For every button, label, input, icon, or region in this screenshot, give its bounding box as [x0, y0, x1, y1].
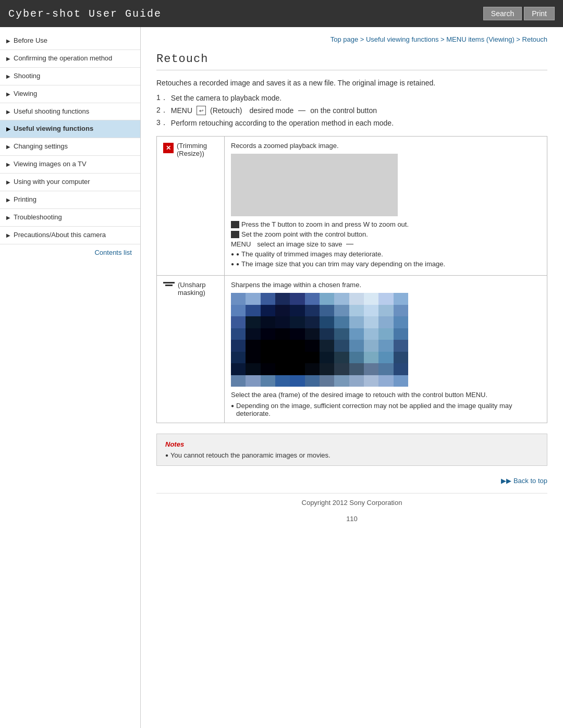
search-button[interactable]: Search: [483, 7, 522, 20]
print-button[interactable]: Print: [524, 7, 555, 20]
step-2-mode: desired mode: [250, 106, 294, 115]
pixel-cell-79: [334, 363, 349, 375]
sidebar-item-5[interactable]: ▶Useful viewing functions: [0, 120, 140, 138]
pixel-cell-71: [394, 352, 408, 364]
pixel-cell-6: [320, 293, 334, 305]
pixel-cell-49: [246, 340, 260, 352]
pixel-cell-19: [334, 305, 349, 317]
sidebar-item-6[interactable]: ▶Changing settings: [0, 138, 140, 156]
sidebar-item-label-6: Changing settings: [14, 142, 68, 151]
pixel-cell-22: [378, 305, 393, 317]
pixel-cell-73: [246, 363, 260, 375]
steps: 1． Set the camera to playback mode. 2． M…: [156, 93, 547, 128]
pixel-cell-23: [394, 305, 408, 317]
unsharp-label: (Unsharp masking): [163, 281, 218, 297]
header-buttons: Search Print: [483, 7, 555, 20]
trimming-bullet2: ● The image size that you can trim may v…: [231, 260, 541, 268]
sidebar-item-0[interactable]: ▶Before Use: [0, 32, 140, 50]
pixel-cell-11: [394, 293, 408, 305]
pixel-cell-26: [261, 316, 275, 328]
step-2-retouch: (Retouch): [210, 106, 242, 115]
pixel-cell-67: [334, 352, 349, 364]
sidebar-item-label-10: Troubleshooting: [14, 213, 62, 222]
pixel-cell-87: [275, 375, 290, 387]
pixel-cell-78: [320, 363, 334, 375]
menu-icon: ↩: [197, 106, 206, 115]
sidebar-item-8[interactable]: ▶Using with your computer: [0, 174, 140, 191]
pixel-cell-44: [349, 328, 364, 340]
trimming-details: Press the T button to zoom in and press …: [231, 220, 541, 268]
pixel-cell-39: [275, 328, 290, 340]
unsharp-icon: [163, 282, 175, 286]
pixel-cell-48: [231, 340, 246, 352]
pixel-cell-27: [275, 316, 290, 328]
main-layout: ▶Before Use▶Confirming the operation met…: [0, 27, 563, 728]
pixel-cell-86: [261, 375, 275, 387]
sidebar-item-label-8: Using with your computer: [14, 178, 90, 187]
pixel-cell-94: [378, 375, 393, 387]
sidebar-arrow-9: ▶: [6, 196, 10, 203]
sidebar-item-label-7: Viewing images on a TV: [14, 160, 87, 169]
back-to-top-text: Back to top: [513, 477, 547, 485]
pixel-cell-40: [290, 328, 304, 340]
sidebar-item-label-1: Confirming the operation method: [14, 54, 112, 63]
pixel-cell-20: [349, 305, 364, 317]
retouch-table: ✕ (Trimming (Resize)) Records a zoomed p…: [156, 136, 547, 423]
sidebar-arrow-8: ▶: [6, 179, 10, 186]
sidebar: ▶Before Use▶Confirming the operation met…: [0, 27, 141, 728]
pixel-cell-17: [305, 305, 320, 317]
pixel-cell-14: [261, 305, 275, 317]
pixel-cell-37: [246, 328, 260, 340]
unsharp-text: (Unsharp masking): [178, 281, 218, 297]
sidebar-item-7[interactable]: ▶Viewing images on a TV: [0, 156, 140, 174]
footer: Copyright 2012 Sony Corporation: [156, 493, 547, 512]
pixel-cell-30: [320, 316, 334, 328]
sidebar-item-2[interactable]: ▶Shooting: [0, 68, 140, 85]
pixel-cell-52: [290, 340, 304, 352]
pixel-cell-21: [364, 305, 378, 317]
sidebar-item-label-9: Printing: [14, 195, 36, 204]
trimming-bullet1: ● The quality of trimmed images may dete…: [231, 250, 541, 258]
pixel-cell-1: [246, 293, 260, 305]
mini-icon-2: [231, 231, 239, 238]
pixel-cell-10: [378, 293, 393, 305]
contents-list-link[interactable]: Contents list: [0, 244, 140, 261]
pixel-cell-2: [261, 293, 275, 305]
mini-icon: [231, 221, 239, 228]
pixel-cell-81: [364, 363, 378, 375]
pixel-cell-92: [349, 375, 364, 387]
sidebar-arrow-6: ▶: [6, 143, 10, 150]
pixel-cell-5: [305, 293, 320, 305]
pixel-cell-36: [231, 328, 246, 340]
pixel-cell-9: [364, 293, 378, 305]
pixel-cell-43: [334, 328, 349, 340]
pixel-cell-0: [231, 293, 246, 305]
notes-title: Notes: [165, 440, 538, 448]
pixel-cell-69: [364, 352, 378, 364]
pixel-cell-75: [275, 363, 290, 375]
breadcrumb[interactable]: Top page > Useful viewing functions > ME…: [156, 35, 547, 43]
pixel-cell-62: [261, 352, 275, 364]
sidebar-item-9[interactable]: ▶Printing: [0, 191, 140, 209]
sidebar-item-1[interactable]: ▶Confirming the operation method: [0, 50, 140, 68]
pixel-cell-56: [349, 340, 364, 352]
pixel-cell-89: [305, 375, 320, 387]
sidebar-arrow-2: ▶: [6, 73, 10, 80]
sidebar-arrow-3: ▶: [6, 91, 10, 97]
pixel-cell-34: [378, 316, 393, 328]
pixel-cell-7: [334, 293, 349, 305]
back-to-top-link[interactable]: ▶▶ Back to top: [501, 477, 547, 485]
pixel-cell-38: [261, 328, 275, 340]
sidebar-item-4[interactable]: ▶Useful shooting functions: [0, 103, 140, 121]
pixel-cell-18: [320, 305, 334, 317]
pixel-cell-74: [261, 363, 275, 375]
sidebar-item-11[interactable]: ▶Precautions/About this camera: [0, 227, 140, 244]
pixel-cell-91: [334, 375, 349, 387]
table-row-trimming: ✕ (Trimming (Resize)) Records a zoomed p…: [157, 137, 547, 276]
pixel-cell-93: [364, 375, 378, 387]
sidebar-item-label-0: Before Use: [14, 36, 47, 45]
sidebar-item-3[interactable]: ▶Viewing: [0, 85, 140, 103]
pixel-cell-85: [246, 375, 260, 387]
pixel-cell-24: [231, 316, 246, 328]
sidebar-item-10[interactable]: ▶Troubleshooting: [0, 209, 140, 227]
